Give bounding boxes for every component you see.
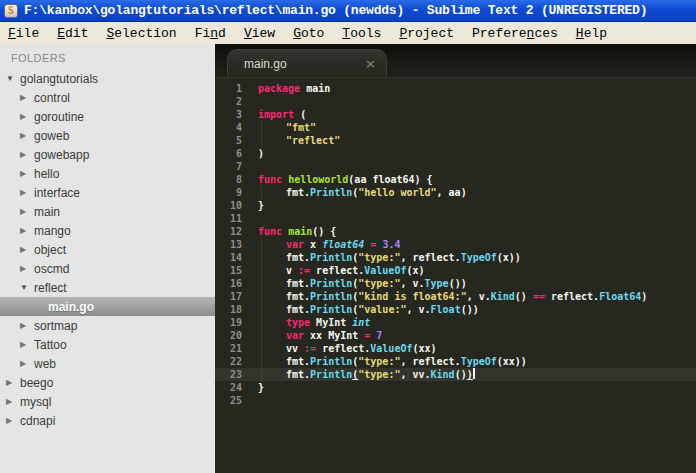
menu-tools[interactable]: Tools <box>342 26 381 41</box>
tree-item-interface[interactable]: ▶interface <box>0 183 215 202</box>
chevron-right-icon[interactable]: ▶ <box>20 145 34 164</box>
code-token: () <box>455 369 467 380</box>
chevron-right-icon[interactable]: ▶ <box>20 335 34 354</box>
tree-item-golangtutorials[interactable]: ▼golangtutorials <box>0 69 215 88</box>
code-area[interactable]: 1package main23import (4"fmt"5"reflect"6… <box>215 78 696 473</box>
indent-guide <box>261 316 286 329</box>
code-line[interactable]: 15v := reflect.ValueOf(x) <box>215 264 696 277</box>
chevron-right-icon[interactable]: ▶ <box>20 240 34 259</box>
line-number: 16 <box>215 277 242 290</box>
chevron-down-icon[interactable]: ▼ <box>6 69 20 88</box>
code-line-text: fmt.Println("type:", v.Type()) <box>242 277 467 290</box>
chevron-right-icon[interactable]: ▶ <box>6 373 20 392</box>
line-number: 4 <box>215 121 242 134</box>
code-line[interactable]: 23fmt.Println("type:", vv.Kind()) <box>215 368 696 381</box>
menu-file[interactable]: File <box>8 26 39 41</box>
code-line[interactable]: 7 <box>215 160 696 173</box>
code-line[interactable]: 25 <box>215 394 696 407</box>
tree-item-cdnapi[interactable]: ▶cdnapi <box>0 411 215 430</box>
code-token: Println <box>310 278 352 289</box>
indent-guide <box>261 290 286 303</box>
tree-item-reflect[interactable]: ▼reflect <box>0 278 215 297</box>
chevron-right-icon[interactable]: ▶ <box>20 202 34 221</box>
menu-find[interactable]: Find <box>195 26 226 41</box>
code-token: := <box>304 343 316 354</box>
tree-item-goweb[interactable]: ▶goweb <box>0 126 215 145</box>
chevron-right-icon[interactable]: ▶ <box>6 411 20 430</box>
code-line[interactable]: 6) <box>215 147 696 160</box>
tree-item-tattoo[interactable]: ▶Tattoo <box>0 335 215 354</box>
code-line-text: vv := reflect.ValueOf(xx) <box>242 342 437 355</box>
code-line[interactable]: 9fmt.Println("hello world", aa) <box>215 186 696 199</box>
code-line[interactable]: 12func main() { <box>215 225 696 238</box>
code-token: (aa float64) { <box>348 174 432 185</box>
code-line[interactable]: 2 <box>215 95 696 108</box>
menu-selection[interactable]: Selection <box>106 26 176 41</box>
code-line[interactable]: 17fmt.Println("kind is float64:", v.Kind… <box>215 290 696 303</box>
code-token: } <box>258 382 264 393</box>
code-line[interactable]: 18fmt.Println("value:", v.Float()) <box>215 303 696 316</box>
code-token: (x)) <box>497 252 521 263</box>
chevron-right-icon[interactable]: ▶ <box>20 316 34 335</box>
menu-help[interactable]: Help <box>576 26 607 41</box>
menu-goto[interactable]: Goto <box>293 26 324 41</box>
code-line[interactable]: 8func helloworld(aa float64) { <box>215 173 696 186</box>
code-line[interactable]: 5"reflect" <box>215 134 696 147</box>
title-bar[interactable]: S F:\kanbox\golangtutorials\reflect\main… <box>0 0 696 22</box>
tree-item-main[interactable]: ▶main <box>0 202 215 221</box>
code-token: , aa) <box>437 187 467 198</box>
code-line[interactable]: 1package main <box>215 82 696 95</box>
chevron-right-icon[interactable]: ▶ <box>20 183 34 202</box>
tree-item-object[interactable]: ▶object <box>0 240 215 259</box>
code-token: , reflect. <box>400 356 460 367</box>
menu-project[interactable]: Project <box>399 26 454 41</box>
code-line[interactable]: 14fmt.Println("type:", reflect.TypeOf(x)… <box>215 251 696 264</box>
code-line[interactable]: 21vv := reflect.ValueOf(xx) <box>215 342 696 355</box>
code-line-text: "fmt" <box>242 121 316 134</box>
chevron-right-icon[interactable]: ▶ <box>20 164 34 183</box>
tree-item-beego[interactable]: ▶beego <box>0 373 215 392</box>
menu-edit[interactable]: Edit <box>57 26 88 41</box>
code-line[interactable]: 22fmt.Println("type:", reflect.TypeOf(xx… <box>215 355 696 368</box>
chevron-down-icon[interactable]: ▼ <box>20 278 34 297</box>
chevron-right-icon[interactable]: ▶ <box>20 259 34 278</box>
chevron-right-icon[interactable]: ▶ <box>20 221 34 240</box>
code-line[interactable]: 3import ( <box>215 108 696 121</box>
tree-item-main-go[interactable]: main.go <box>0 297 215 316</box>
code-line-text: fmt.Println("value:", v.Float()) <box>242 303 479 316</box>
code-line[interactable]: 11 <box>215 212 696 225</box>
line-number: 10 <box>215 199 242 212</box>
chevron-right-icon[interactable]: ▶ <box>20 88 34 107</box>
code-line[interactable]: 4"fmt" <box>215 121 696 134</box>
code-line[interactable]: 13var x float64 = 3.4 <box>215 238 696 251</box>
tree-item-mysql[interactable]: ▶mysql <box>0 392 215 411</box>
chevron-right-icon[interactable]: ▶ <box>20 107 34 126</box>
code-token: func <box>258 174 282 185</box>
tab-close-icon[interactable]: × <box>365 57 376 70</box>
line-number: 21 <box>215 342 242 355</box>
chevron-right-icon[interactable]: ▶ <box>6 392 20 411</box>
chevron-right-icon[interactable]: ▶ <box>20 126 34 145</box>
tree-item-control[interactable]: ▶control <box>0 88 215 107</box>
indent-guide <box>261 355 286 368</box>
code-line[interactable]: 24} <box>215 381 696 394</box>
line-number: 18 <box>215 303 242 316</box>
menu-preferences[interactable]: Preferences <box>472 26 558 41</box>
code-token: } <box>258 200 264 211</box>
menu-view[interactable]: View <box>244 26 275 41</box>
chevron-right-icon[interactable]: ▶ <box>20 354 34 373</box>
tree-item-hello[interactable]: ▶hello <box>0 164 215 183</box>
tree-item-sortmap[interactable]: ▶sortmap <box>0 316 215 335</box>
code-line[interactable]: 10} <box>215 199 696 212</box>
tab-main-go[interactable]: main.go × <box>227 49 387 77</box>
tree-item-goroutine[interactable]: ▶goroutine <box>0 107 215 126</box>
tree-item-web[interactable]: ▶web <box>0 354 215 373</box>
tree-item-label: main <box>34 205 60 219</box>
code-line[interactable]: 16fmt.Println("type:", v.Type()) <box>215 277 696 290</box>
tree-item-oscmd[interactable]: ▶oscmd <box>0 259 215 278</box>
tree-item-mango[interactable]: ▶mango <box>0 221 215 240</box>
tree-item-gowebapp[interactable]: ▶gowebapp <box>0 145 215 164</box>
code-line[interactable]: 19type MyInt int <box>215 316 696 329</box>
code-token: fmt. <box>286 291 310 302</box>
code-line[interactable]: 20var xx MyInt = 7 <box>215 329 696 342</box>
